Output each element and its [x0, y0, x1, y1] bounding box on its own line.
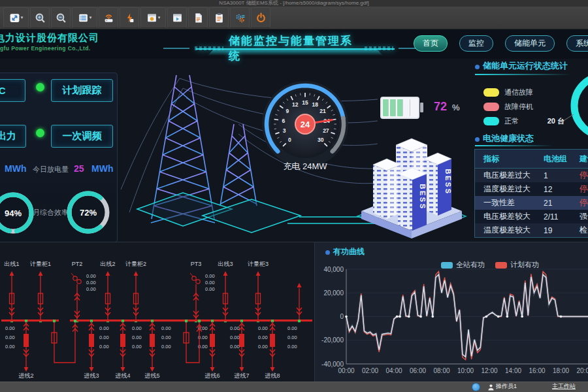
group-cell: 21 [544, 199, 580, 208]
window-titlebar: NSA3000T 储能EMS系统 - [/home/s5000/diagram/… [0, 0, 588, 7]
mode-button-primary-freq[interactable]: 一次调频 [51, 125, 113, 148]
column-header-2: 建议 [580, 154, 588, 165]
metric-cell: 温度极差较大 [475, 225, 544, 236]
health-panel-dot [475, 137, 480, 142]
settings-button[interactable] [230, 7, 250, 28]
charge-power-caption: 充电 24MW [263, 161, 348, 172]
zoom-in-button[interactable] [30, 7, 50, 28]
legend-label: 故障停机 [504, 102, 533, 112]
metric-cell: 一致性差 [475, 197, 544, 208]
svg-text:进线8: 进线8 [265, 372, 280, 379]
svg-text:0.00: 0.00 [86, 273, 96, 279]
clipboard-icon [214, 12, 225, 24]
bolt-button[interactable] [120, 7, 139, 28]
banner-glow [208, 50, 383, 56]
svg-text:0.00: 0.00 [230, 335, 240, 340]
svg-text:0.00: 0.00 [205, 286, 215, 292]
metric-cell: 温度极差过大 [475, 184, 544, 195]
comm-button[interactable] [99, 7, 118, 28]
svg-text:02:00: 02:00 [362, 367, 378, 374]
battery-icon [380, 97, 419, 119]
svg-text:72%: 72% [80, 208, 97, 218]
svg-text:0.00: 0.00 [99, 325, 109, 331]
svg-text:40,000: 40,000 [323, 266, 344, 273]
svg-text:9: 9 [286, 108, 289, 114]
table-row[interactable]: 电压极差较大2/11强化 [475, 210, 588, 223]
nav-tab-1[interactable]: 监控 [459, 35, 493, 52]
svg-text:0.00: 0.00 [86, 286, 96, 292]
dropdown-caret-icon: ▾ [90, 15, 92, 20]
svg-text:0.00: 0.00 [230, 344, 240, 350]
dropdown-caret-icon: ▾ [21, 15, 24, 20]
statusbar-app-button[interactable] [472, 383, 480, 391]
advice-cell: 强化 [580, 211, 588, 222]
window-run-button[interactable] [167, 7, 187, 28]
status-dot-freq [36, 129, 44, 137]
svg-text:进线3: 进线3 [84, 372, 99, 379]
svg-text:0.00: 0.00 [161, 344, 171, 350]
mode-button-plan-tracking[interactable]: 计划跟踪 [51, 79, 113, 102]
svg-text:0.00: 0.00 [99, 335, 109, 340]
station-link[interactable]: 主工作站 [552, 382, 576, 391]
document-button[interactable] [188, 7, 208, 28]
table-row[interactable]: 电压极差过大1停机 [475, 169, 588, 182]
bolt-icon [124, 12, 135, 24]
svg-text:04:00: 04:00 [385, 367, 402, 374]
table-row[interactable]: 一致性差21停机 [475, 196, 588, 210]
comm-icon [103, 12, 114, 24]
svg-text:18: 18 [312, 101, 318, 108]
svg-text:0: 0 [340, 313, 344, 320]
table-row[interactable]: 温度极差过大12停机 [475, 182, 588, 196]
dropdown-caret-icon: ▾ [158, 15, 161, 20]
window-day-icon [146, 12, 157, 24]
company-logo-en: gfu Power Engineering Co.,Ltd. [0, 45, 91, 52]
mode-button-agc[interactable]: AGC [0, 79, 25, 102]
status-legend-item-2: 正常 [483, 116, 519, 126]
discharge-unit: MWh [91, 163, 113, 174]
svg-text:0: 0 [288, 137, 291, 143]
metric-cell: 电压极差较大 [475, 211, 544, 222]
legend-label: 通信故障 [504, 88, 533, 97]
donut-count-label: 20 台 [542, 116, 564, 126]
group-cell: 19 [544, 226, 580, 235]
svg-text:出线3: 出线3 [218, 261, 233, 267]
layers-button[interactable]: ▾ [72, 7, 97, 28]
mode-button-smooth-output[interactable]: 平滑出力 [0, 125, 26, 148]
svg-text:0.00: 0.00 [99, 344, 109, 350]
svg-text:20,000: 20,000 [323, 289, 344, 297]
nav-tab-3[interactable]: 系统状态 [566, 35, 588, 52]
battery-segment [390, 99, 396, 116]
status-legend-item-0: 通信故障 [483, 88, 533, 97]
window-day-button[interactable]: ▾ [140, 7, 166, 28]
soc-unit: % [452, 103, 460, 112]
advice-cell: 停机 [580, 170, 588, 181]
svg-text:0.00: 0.00 [205, 273, 215, 279]
battery-segment [412, 99, 417, 116]
zoom-in-icon [35, 12, 46, 24]
nav-tab-0[interactable]: 首页 [414, 35, 448, 52]
svg-text:-20,000: -20,000 [321, 336, 344, 344]
expand-icon [9, 12, 20, 24]
banner-glow-line [196, 48, 395, 50]
svg-text:18:00: 18:00 [553, 367, 569, 374]
svg-text:0.00: 0.00 [287, 344, 297, 350]
soc-value: 72 [434, 100, 447, 114]
svg-text:00:00: 00:00 [338, 367, 354, 374]
charge-unit-label: MWh [5, 163, 26, 174]
svg-text:0.00: 0.00 [287, 325, 297, 331]
expand-button[interactable]: ▾ [3, 7, 29, 28]
layers-icon [78, 12, 89, 24]
svg-text:计量柜2: 计量柜2 [125, 261, 146, 267]
single-line-diagram: 出线1计量柜1PT20.000.000.00出线2计量柜2PT30.000.00… [0, 242, 314, 383]
svg-text:0.00: 0.00 [132, 344, 142, 350]
legend-swatch [483, 88, 499, 97]
table-row[interactable]: 温度极差较大19检查 [475, 223, 588, 237]
nav-tab-2[interactable]: 储能单元 [505, 35, 555, 52]
clipboard-button[interactable] [209, 7, 229, 28]
main-nav: 首页监控储能单元系统状态 [414, 35, 588, 52]
zoom-out-button[interactable] [51, 7, 71, 28]
svg-text:12:00: 12:00 [481, 367, 497, 374]
svg-text:计量柜3: 计量柜3 [247, 261, 269, 267]
svg-text:3: 3 [283, 127, 286, 134]
power-button[interactable] [251, 7, 270, 28]
